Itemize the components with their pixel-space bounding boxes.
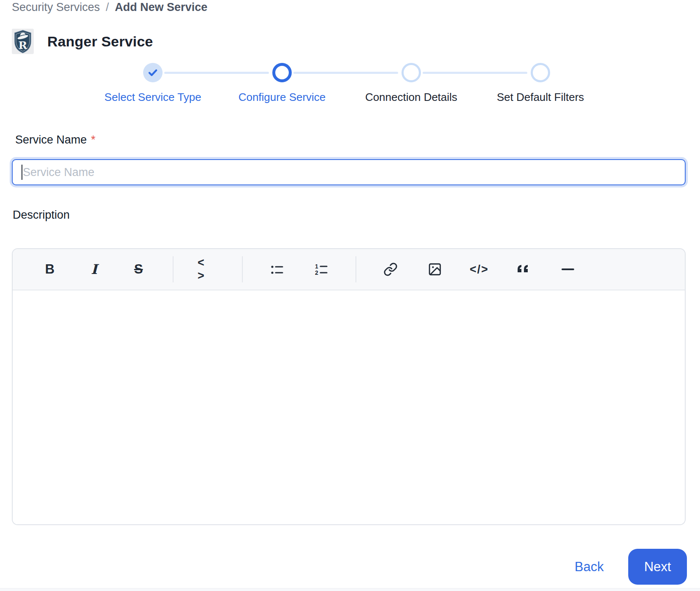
link-icon[interactable]	[380, 259, 401, 279]
page-header: R Ranger Service	[12, 29, 153, 54]
toolbar-divider	[355, 256, 356, 282]
next-button[interactable]: Next	[628, 549, 687, 585]
bold-icon[interactable]: B	[40, 259, 60, 279]
bulleted-list-icon[interactable]	[267, 259, 287, 279]
description-editor: B I S < > 1 2	[12, 248, 686, 525]
service-name-input[interactable]	[12, 159, 686, 185]
step-completed-check-icon[interactable]	[143, 63, 163, 82]
step-pending-circle-icon[interactable]	[531, 63, 550, 82]
step-select-service-type[interactable]: Select Service Type	[88, 63, 217, 104]
breadcrumb-separator: /	[106, 1, 109, 14]
breadcrumb-security-services[interactable]: Security Services	[12, 1, 100, 14]
toolbar-divider	[242, 256, 243, 282]
svg-text:2: 2	[315, 269, 318, 276]
text-cursor	[22, 165, 22, 180]
wizard-stepper: Select Service Type Configure Service Co…	[88, 63, 605, 109]
breadcrumb-add-new-service: Add New Service	[115, 1, 207, 14]
step-label-set-default-filters[interactable]: Set Default Filters	[476, 91, 605, 104]
ranger-shield-logo-icon: R	[12, 29, 34, 54]
step-set-default-filters[interactable]: Set Default Filters	[476, 63, 605, 104]
step-pending-circle-icon[interactable]	[402, 63, 421, 82]
step-label-connection-details[interactable]: Connection Details	[347, 91, 476, 104]
page-title: Ranger Service	[47, 33, 153, 50]
blockquote-icon[interactable]	[513, 259, 534, 279]
step-connection-details[interactable]: Connection Details	[347, 63, 476, 104]
required-asterisk: *	[91, 133, 96, 146]
inline-code-icon[interactable]: < >	[198, 259, 218, 279]
description-editor-content[interactable]	[13, 290, 685, 524]
svg-text:1: 1	[315, 263, 318, 270]
horizontal-rule-icon[interactable]	[558, 259, 578, 279]
italic-icon[interactable]: I	[84, 259, 104, 279]
back-button[interactable]: Back	[575, 559, 604, 575]
service-name-label: Service Name*	[15, 133, 95, 146]
editor-toolbar: B I S < > 1 2	[13, 249, 685, 290]
svg-text:R: R	[19, 39, 27, 52]
wizard-footer: Back Next	[575, 549, 687, 585]
toolbar-divider	[173, 256, 174, 282]
description-label: Description	[13, 209, 70, 222]
step-label-configure-service[interactable]: Configure Service	[217, 91, 347, 104]
image-icon[interactable]	[425, 259, 445, 279]
strikethrough-icon[interactable]: S	[128, 259, 149, 279]
next-section-edge	[0, 588, 700, 591]
step-configure-service[interactable]: Configure Service	[217, 63, 347, 104]
breadcrumb: Security Services / Add New Service	[12, 1, 207, 14]
service-name-input-wrap	[12, 159, 686, 185]
step-label-select-service-type[interactable]: Select Service Type	[88, 91, 217, 104]
step-active-circle-icon[interactable]	[272, 63, 292, 82]
code-block-icon[interactable]: </>	[469, 259, 489, 279]
numbered-list-icon[interactable]: 1 2	[311, 259, 331, 279]
